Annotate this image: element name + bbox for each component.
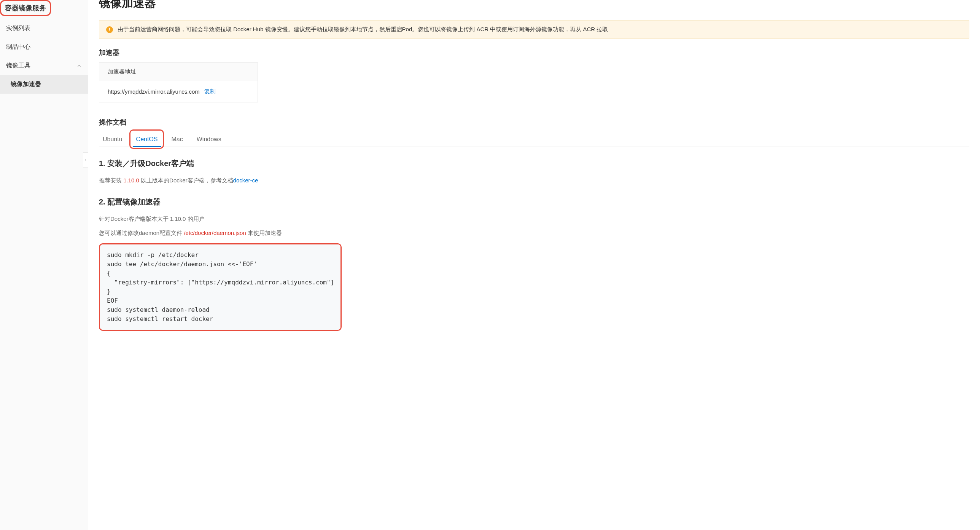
step2-text2: 您可以通过修改daemon配置文件 /etc/docker/daemon.jso… (99, 228, 969, 238)
sidebar-item-image-tools[interactable]: 镜像工具 (0, 56, 88, 75)
accelerator-box-body: https://ymqddzvi.mirror.aliyuncs.com 复制 (99, 81, 258, 102)
docs-heading: 操作文档 (99, 118, 969, 127)
sidebar-item-label: 镜像加速器 (11, 80, 41, 88)
step2-text1: 针对Docker客户端版本大于 1.10.0 的用户 (99, 214, 969, 224)
accelerator-heading: 加速器 (99, 48, 969, 57)
accelerator-box-header: 加速器地址 (99, 63, 258, 81)
code-block[interactable]: sudo mkdir -p /etc/docker sudo tee /etc/… (99, 243, 342, 331)
main-content: 镜像加速器 ! 由于当前运营商网络问题，可能会导致您拉取 Docker Hub … (88, 0, 980, 530)
sidebar-item-mirror-accelerator[interactable]: 镜像加速器 (0, 75, 88, 94)
docs-tabs: Ubuntu CentOS Mac Windows (99, 132, 969, 147)
alert-text: 由于当前运营商网络问题，可能会导致您拉取 Docker Hub 镜像变慢。建议您… (118, 26, 608, 33)
step2-heading: 2. 配置镜像加速器 (99, 197, 969, 207)
step1-text: 推荐安装 1.10.0 以上版本的Docker客户端，参考文档docker-ce (99, 176, 969, 185)
step1-heading: 1. 安装／升级Docker客户端 (99, 158, 969, 169)
sidebar-item-label: 制品中心 (6, 43, 30, 51)
config-path: /etc/docker/daemon.json (184, 230, 246, 236)
sidebar-item-products[interactable]: 制品中心 (0, 38, 88, 56)
accelerator-url: https://ymqddzvi.mirror.aliyuncs.com (108, 88, 200, 95)
docker-ce-link[interactable]: docker-ce (233, 177, 258, 184)
tab-windows[interactable]: Windows (196, 132, 222, 147)
tab-ubuntu[interactable]: Ubuntu (102, 132, 123, 147)
sidebar-title: 容器镜像服务 (0, 0, 51, 16)
sidebar-collapse-button[interactable] (83, 152, 88, 168)
warning-icon: ! (106, 26, 113, 33)
sidebar-item-label: 实例列表 (6, 24, 30, 32)
copy-button[interactable]: 复制 (204, 88, 216, 95)
accelerator-box: 加速器地址 https://ymqddzvi.mirror.aliyuncs.c… (99, 62, 258, 102)
alert-banner: ! 由于当前运营商网络问题，可能会导致您拉取 Docker Hub 镜像变慢。建… (99, 20, 969, 39)
tab-mac[interactable]: Mac (171, 132, 184, 147)
sidebar: 容器镜像服务 实例列表 制品中心 镜像工具 镜像加速器 (0, 0, 88, 530)
tab-centos[interactable]: CentOS (135, 132, 159, 147)
sidebar-item-label: 镜像工具 (6, 62, 30, 70)
chevron-up-icon (76, 63, 82, 69)
page-title: 镜像加速器 (99, 0, 969, 11)
version-text: 1.10.0 (123, 177, 139, 184)
sidebar-item-instances[interactable]: 实例列表 (0, 19, 88, 38)
